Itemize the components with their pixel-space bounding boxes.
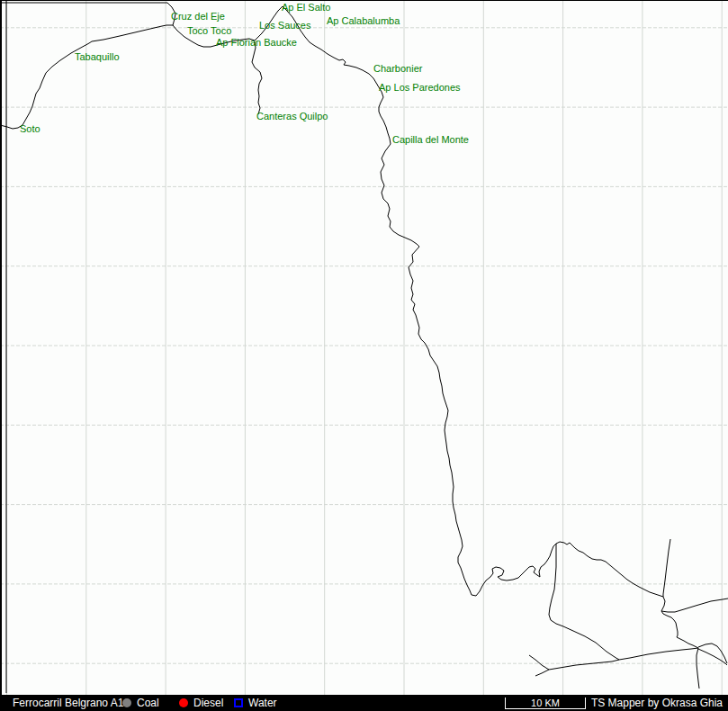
route-name: Ferrocarril Belgrano A1 [13,695,123,711]
station-label-capilla-del-monte: Capilla del Monte [392,135,469,145]
station-label-ap-los-paredones: Ap Los Paredones [379,83,461,93]
station-label-tabaquillo: Tabaquillo [75,52,120,62]
track-south-diagonal [549,544,619,660]
scale-label: 10 KM [531,698,560,708]
legend-label-coal: Coal [137,695,159,711]
station-label-charbonier: Charbonier [373,64,422,74]
grid-lines [0,0,728,695]
station-label-ap-florian-baucke: Ap Florian Baucke [216,38,297,48]
track-lines [0,0,728,693]
credit-text: TS Mapper by Okrasa Ghia [591,695,723,711]
station-label-los-sauces: Los Sauces [259,21,310,31]
station-label-canteras-quilpo: Canteras Quilpo [256,112,328,122]
track-east-line [661,598,728,612]
track-long-valley-line [535,648,698,676]
diesel-marker-icon [179,698,188,707]
ts-mapper-window: Cruz del EjeToco TocoAp El SaltoLos Sauc… [0,0,728,711]
status-bar: Ferrocarril Belgrano A1 Coal Diesel Wate… [0,695,728,711]
legend-label-diesel: Diesel [193,695,223,711]
track-fork-spur [529,655,549,670]
track-east-v-lower [698,649,727,665]
scale-bar: 10 KM [505,698,586,709]
legend-label-water: Water [248,695,277,711]
track-canteras-quilpo-branch [252,41,262,114]
map-viewport[interactable]: Cruz del EjeToco TocoAp El SaltoLos Sauc… [0,0,728,695]
track-junction-drop-line [697,648,699,688]
station-label-ap-calabalumba: Ap Calabalumba [327,16,400,26]
coal-marker-icon [122,698,131,707]
station-label-toco-toco: Toco Toco [187,26,231,36]
route-map-canvas [0,0,728,695]
station-label-ap-el-salto: Ap El Salto [282,3,330,13]
track-main-line [0,3,698,648]
track-east-v-upper [698,644,727,663]
track-northeast-diagonal [663,539,670,597]
station-label-soto: Soto [20,124,40,134]
station-label-cruz-del-eje: Cruz del Eje [171,12,225,22]
water-marker-icon [234,698,243,707]
